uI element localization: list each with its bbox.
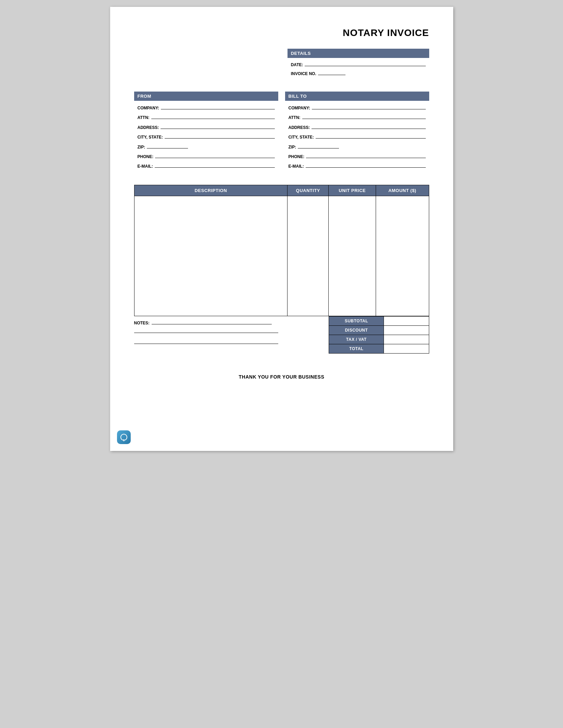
subtotal-value bbox=[384, 316, 429, 325]
col-unit-price: UNIT PRICE bbox=[329, 185, 376, 196]
invoice-title: NOTARY INVOICE bbox=[134, 27, 429, 38]
thank-you-text: THANK YOU FOR YOUR BUSINESS bbox=[134, 374, 429, 380]
col-quantity: QUANTITY bbox=[288, 185, 329, 196]
app-icon-inner bbox=[120, 434, 127, 441]
date-field: DATE: bbox=[291, 61, 426, 69]
taxvat-value bbox=[384, 335, 429, 344]
from-phone-underline bbox=[155, 153, 274, 158]
items-table: DESCRIPTION QUANTITY UNIT PRICE AMOUNT (… bbox=[134, 185, 429, 316]
from-address-label: ADDRESS: bbox=[138, 123, 159, 132]
from-attn-label: ATTN: bbox=[138, 113, 150, 122]
details-content: DATE: INVOICE NO. bbox=[288, 58, 429, 81]
from-zip-label: ZIP: bbox=[138, 143, 145, 152]
notes-label: NOTES: bbox=[134, 320, 329, 325]
from-phone-label: PHONE: bbox=[138, 152, 154, 161]
from-citystate-field: CITY, STATE: bbox=[138, 133, 275, 142]
total-row: TOTAL bbox=[329, 344, 429, 353]
from-phone-field: PHONE: bbox=[138, 152, 275, 161]
billto-attn-field: ATTN: bbox=[289, 113, 426, 122]
table-header-row: DESCRIPTION QUANTITY UNIT PRICE AMOUNT (… bbox=[134, 185, 429, 196]
from-zip-field: ZIP: bbox=[138, 143, 275, 152]
from-email-label: E-MAIL: bbox=[138, 162, 153, 171]
details-section: DETAILS DATE: INVOICE NO. bbox=[134, 49, 429, 81]
date-underline bbox=[305, 61, 425, 66]
from-content: COMPANY: ATTN: ADDRESS: CITY, STATE: ZIP… bbox=[134, 101, 278, 175]
from-address-field: ADDRESS: bbox=[138, 123, 275, 132]
total-label: TOTAL bbox=[329, 344, 384, 353]
price-cell-empty bbox=[329, 196, 376, 316]
from-billto-row: FROM COMPANY: ATTN: ADDRESS: CITY, STATE… bbox=[134, 92, 429, 175]
billto-company-field: COMPANY: bbox=[289, 104, 426, 112]
billto-company-label: COMPANY: bbox=[289, 104, 310, 112]
table-row-empty bbox=[134, 196, 429, 316]
billto-phone-label: PHONE: bbox=[289, 152, 305, 161]
from-company-field: COMPANY: bbox=[138, 104, 275, 112]
from-box: FROM COMPANY: ATTN: ADDRESS: CITY, STATE… bbox=[134, 92, 278, 175]
notes-underline-1 bbox=[152, 320, 272, 324]
billto-email-label: E-MAIL: bbox=[289, 162, 304, 171]
subtotal-label: SUBTOTAL bbox=[329, 316, 384, 325]
totals-table: SUBTOTAL DISCOUNT TAX / VAT TOTAL bbox=[329, 316, 429, 354]
invoice-field: INVOICE NO. bbox=[291, 70, 426, 78]
billto-zip-underline bbox=[298, 144, 339, 148]
app-icon bbox=[117, 430, 131, 444]
notes-line-2 bbox=[134, 328, 278, 333]
billto-zip-label: ZIP: bbox=[289, 143, 296, 152]
billto-citystate-label: CITY, STATE: bbox=[289, 133, 314, 142]
notes-text: NOTES: bbox=[134, 321, 150, 325]
billto-phone-underline bbox=[306, 153, 425, 158]
qty-cell-empty bbox=[288, 196, 329, 316]
billto-address-label: ADDRESS: bbox=[289, 123, 310, 132]
from-header: FROM bbox=[134, 92, 278, 101]
billto-citystate-field: CITY, STATE: bbox=[289, 133, 426, 142]
billto-phone-field: PHONE: bbox=[289, 152, 426, 161]
invoice-page: NOTARY INVOICE DETAILS DATE: INVOICE NO.… bbox=[110, 7, 453, 451]
billto-box: BILL TO COMPANY: ATTN: ADDRESS: CITY, ST… bbox=[285, 92, 429, 175]
billto-address-field: ADDRESS: bbox=[289, 123, 426, 132]
invoice-label: INVOICE NO. bbox=[291, 70, 316, 78]
notes-area: NOTES: bbox=[134, 316, 329, 354]
from-email-underline bbox=[155, 163, 275, 168]
from-company-underline bbox=[161, 105, 274, 109]
discount-value bbox=[384, 325, 429, 335]
from-email-field: E-MAIL: bbox=[138, 162, 275, 171]
bottom-section: NOTES: SUBTOTAL DISCOUNT bbox=[134, 316, 429, 354]
invoice-underline bbox=[318, 70, 345, 75]
billto-zip-field: ZIP: bbox=[289, 143, 426, 152]
details-header: DETAILS bbox=[288, 49, 429, 58]
date-label: DATE: bbox=[291, 61, 303, 69]
col-amount: AMOUNT ($) bbox=[376, 185, 429, 196]
desc-cell-empty bbox=[134, 196, 288, 316]
from-company-label: COMPANY: bbox=[138, 104, 160, 112]
billto-address-underline bbox=[312, 124, 425, 129]
from-zip-underline bbox=[147, 144, 188, 148]
from-attn-underline bbox=[151, 114, 275, 119]
taxvat-label: TAX / VAT bbox=[329, 335, 384, 344]
amount-cell-empty bbox=[376, 196, 429, 316]
billto-content: COMPANY: ATTN: ADDRESS: CITY, STATE: ZIP… bbox=[285, 101, 429, 175]
notes-line-3 bbox=[134, 339, 278, 344]
subtotal-row: SUBTOTAL bbox=[329, 316, 429, 325]
taxvat-row: TAX / VAT bbox=[329, 335, 429, 344]
discount-row: DISCOUNT bbox=[329, 325, 429, 335]
discount-label: DISCOUNT bbox=[329, 325, 384, 335]
from-citystate-underline bbox=[165, 134, 275, 139]
billto-citystate-underline bbox=[316, 134, 426, 139]
billto-attn-label: ATTN: bbox=[289, 113, 301, 122]
billto-attn-underline bbox=[302, 114, 426, 119]
from-address-underline bbox=[161, 124, 274, 129]
col-description: DESCRIPTION bbox=[134, 185, 288, 196]
billto-company-underline bbox=[312, 105, 425, 109]
from-citystate-label: CITY, STATE: bbox=[138, 133, 163, 142]
details-box: DETAILS DATE: INVOICE NO. bbox=[288, 49, 429, 81]
total-value bbox=[384, 344, 429, 353]
totals-area: SUBTOTAL DISCOUNT TAX / VAT TOTAL bbox=[329, 316, 429, 354]
billto-email-field: E-MAIL: bbox=[289, 162, 426, 171]
billto-header: BILL TO bbox=[285, 92, 429, 101]
from-attn-field: ATTN: bbox=[138, 113, 275, 122]
billto-email-underline bbox=[306, 163, 426, 168]
